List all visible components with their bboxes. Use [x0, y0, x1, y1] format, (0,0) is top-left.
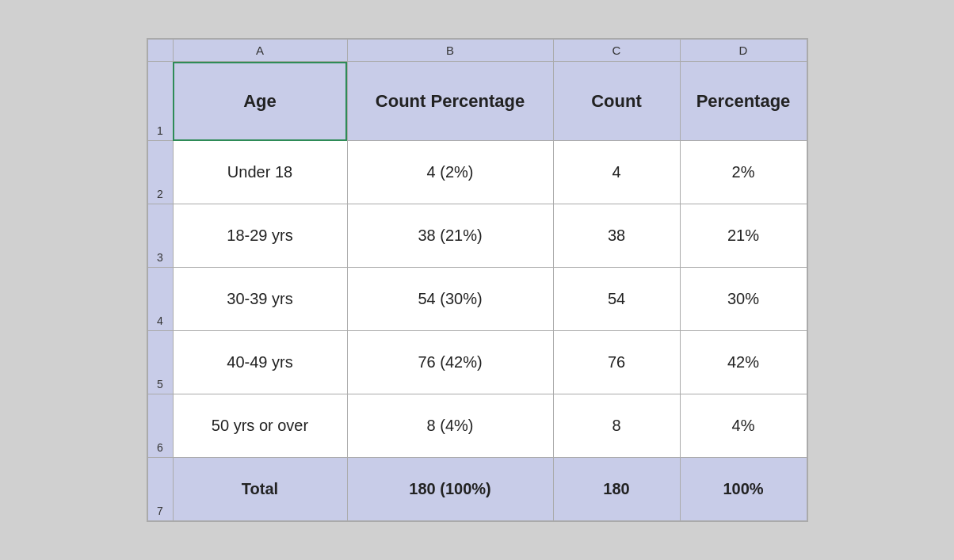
total-row: 7 Total 180 (100%) 180 100% [147, 458, 807, 521]
cell-d6[interactable]: 4% [680, 394, 807, 458]
cell-a5[interactable]: 40-49 yrs [173, 331, 347, 394]
row-num-4: 4 [147, 268, 173, 331]
col-header-c[interactable]: C [553, 40, 680, 62]
cell-a2[interactable]: Under 18 [173, 141, 347, 204]
col-header-a[interactable]: A [173, 40, 347, 62]
row-num-1: 1 [147, 62, 173, 141]
table-row: 6 50 yrs or over 8 (4%) 8 4% [147, 394, 807, 458]
row-num-5: 5 [147, 331, 173, 394]
cell-a3[interactable]: 18-29 yrs [173, 204, 347, 268]
table-row: 4 30-39 yrs 54 (30%) 54 30% [147, 268, 807, 331]
cell-c3[interactable]: 38 [553, 204, 680, 268]
cell-b4[interactable]: 54 (30%) [347, 268, 553, 331]
col-header-b[interactable]: B [347, 40, 553, 62]
cell-a1[interactable]: Age [173, 62, 347, 141]
table-row: 5 40-49 yrs 76 (42%) 76 42% [147, 331, 807, 394]
cell-b3[interactable]: 38 (21%) [347, 204, 553, 268]
corner-header [147, 40, 173, 62]
cell-a7[interactable]: Total [173, 458, 347, 521]
cell-b1[interactable]: Count Percentage [347, 62, 553, 141]
cell-c4[interactable]: 54 [553, 268, 680, 331]
cell-c7[interactable]: 180 [553, 458, 680, 521]
cell-d5[interactable]: 42% [680, 331, 807, 394]
row-num-7: 7 [147, 458, 173, 521]
cell-d1[interactable]: Percentage [680, 62, 807, 141]
cell-c6[interactable]: 8 [553, 394, 680, 458]
cell-c1[interactable]: Count [553, 62, 680, 141]
row-num-6: 6 [147, 394, 173, 458]
column-header-row: A B C D [147, 40, 807, 62]
cell-d3[interactable]: 21% [680, 204, 807, 268]
cell-a6[interactable]: 50 yrs or over [173, 394, 347, 458]
cell-d4[interactable]: 30% [680, 268, 807, 331]
table-row: 3 18-29 yrs 38 (21%) 38 21% [147, 204, 807, 268]
header-data-row: 1 Age Count Percentage Count Percentage [147, 62, 807, 141]
cell-b5[interactable]: 76 (42%) [347, 331, 553, 394]
cell-a4[interactable]: 30-39 yrs [173, 268, 347, 331]
col-header-d[interactable]: D [680, 40, 807, 62]
row-num-2: 2 [147, 141, 173, 204]
cell-b7[interactable]: 180 (100%) [347, 458, 553, 521]
spreadsheet-table: A B C D 1 Age Count Percentage Count Per… [147, 39, 807, 521]
row-num-3: 3 [147, 204, 173, 268]
cell-b6[interactable]: 8 (4%) [347, 394, 553, 458]
spreadsheet-container: A B C D 1 Age Count Percentage Count Per… [147, 38, 808, 522]
table-row: 2 Under 18 4 (2%) 4 2% [147, 141, 807, 204]
cell-c2[interactable]: 4 [553, 141, 680, 204]
cell-c5[interactable]: 76 [553, 331, 680, 394]
cell-b2[interactable]: 4 (2%) [347, 141, 553, 204]
cell-d7[interactable]: 100% [680, 458, 807, 521]
cell-d2[interactable]: 2% [680, 141, 807, 204]
